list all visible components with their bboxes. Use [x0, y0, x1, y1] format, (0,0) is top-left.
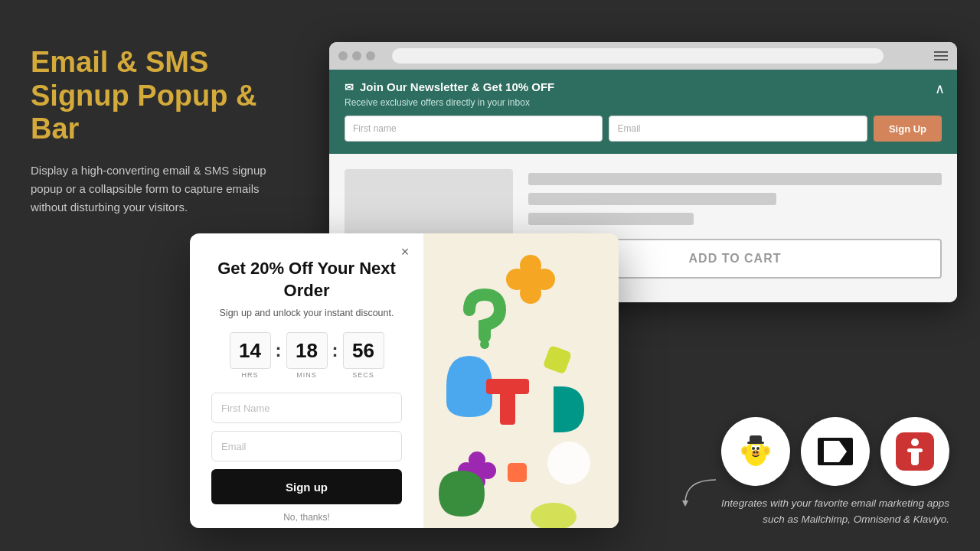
- seconds-box: 56: [343, 332, 384, 369]
- browser-dot-green: [366, 51, 375, 60]
- product-detail-line: [528, 213, 694, 225]
- omnisend-icon-circle: [880, 417, 949, 486]
- integration-text-wrapper: Integrates with your favorite email mark…: [720, 495, 949, 528]
- popup-email-input[interactable]: [211, 431, 402, 461]
- newsletter-bar-title: ✉ Join Our Newsletter & Get 10% OFF: [345, 80, 942, 93]
- svg-marker-37: [682, 500, 688, 507]
- countdown-seconds: 56 SECS: [343, 332, 384, 379]
- svg-point-29: [753, 451, 756, 453]
- svg-point-15: [547, 442, 590, 484]
- product-title-line: [528, 173, 942, 185]
- newsletter-subtitle: Receive exclusive offers directly in you…: [345, 97, 942, 108]
- browser-url-bar: [392, 48, 884, 64]
- newsletter-form: Sign Up: [345, 116, 942, 142]
- hours-box: 14: [230, 332, 271, 369]
- arrow-svg: [678, 476, 724, 507]
- popup-signup-button[interactable]: Sign up: [211, 469, 402, 504]
- svg-point-27: [756, 447, 760, 450]
- omnisend-icon: [896, 432, 934, 471]
- svg-rect-32: [750, 435, 762, 443]
- left-panel: Email & SMS Signup Popup & Bar Display a…: [31, 46, 291, 217]
- svg-point-6: [480, 340, 489, 349]
- svg-point-26: [752, 447, 755, 450]
- popup-left-panel: × Get 20% Off Your Next Order Sign up an…: [190, 233, 423, 528]
- newsletter-signup-button[interactable]: Sign Up: [874, 116, 942, 142]
- popup-modal: × Get 20% Off Your Next Order Sign up an…: [190, 233, 619, 528]
- minutes-box: 18: [286, 332, 328, 369]
- popup-no-thanks[interactable]: No, thanks!: [211, 512, 402, 523]
- newsletter-collapse-button[interactable]: ∧: [935, 80, 945, 97]
- browser-dot-red: [338, 51, 348, 60]
- main-title: Email & SMS Signup Popup & Bar: [31, 46, 291, 146]
- klaviyo-logo-svg: [824, 441, 847, 462]
- svg-point-34: [911, 439, 919, 446]
- browser-dot-yellow: [352, 51, 361, 60]
- minutes-label: MINS: [286, 371, 328, 379]
- popup-firstname-input[interactable]: [211, 393, 402, 423]
- popup-image-panel: [423, 233, 619, 528]
- countdown-row: 14 HRS : 18 MINS : 56 SECS: [211, 332, 402, 379]
- countdown-sep-1: :: [274, 340, 283, 361]
- svg-point-30: [756, 451, 759, 453]
- svg-point-23: [764, 448, 769, 454]
- seconds-label: SECS: [343, 371, 384, 379]
- envelope-icon: ✉: [345, 81, 354, 93]
- browser-menu-icon: [934, 51, 948, 60]
- svg-rect-36: [907, 448, 923, 452]
- newsletter-email-input[interactable]: [609, 116, 867, 142]
- newsletter-bar: ✉ Join Our Newsletter & Get 10% OFF Rece…: [329, 70, 957, 154]
- countdown-hours: 14 HRS: [230, 332, 271, 379]
- svg-point-5: [520, 269, 541, 290]
- integration-description: Integrates with your favorite email mark…: [720, 495, 949, 528]
- browser-toolbar: [329, 42, 957, 70]
- product-price-line: [528, 193, 776, 205]
- toy-scene-svg: [423, 233, 619, 528]
- omnisend-logo-svg: [904, 438, 926, 465]
- klaviyo-icon: [818, 438, 853, 465]
- main-description: Display a high-converting email & SMS si…: [31, 161, 291, 217]
- svg-point-22: [743, 448, 747, 454]
- integrations-section: Integrates with your favorite email mark…: [720, 417, 949, 528]
- mailchimp-icon-circle: [721, 417, 790, 486]
- klaviyo-icon-circle: [801, 417, 870, 486]
- popup-title: Get 20% Off Your Next Order: [211, 258, 402, 302]
- svg-rect-8: [486, 379, 529, 394]
- countdown-minutes: 18 MINS: [286, 332, 328, 379]
- hours-label: HRS: [230, 371, 271, 379]
- newsletter-firstname-input[interactable]: [345, 116, 603, 142]
- popup-subtitle: Sign up and unlock your instant discount…: [211, 308, 402, 318]
- countdown-sep-2: :: [331, 340, 340, 361]
- svg-rect-16: [508, 463, 527, 482]
- mailchimp-icon: [737, 432, 775, 471]
- popup-close-button[interactable]: ×: [396, 243, 414, 261]
- integration-icons-row: [721, 417, 949, 486]
- svg-marker-33: [824, 441, 847, 462]
